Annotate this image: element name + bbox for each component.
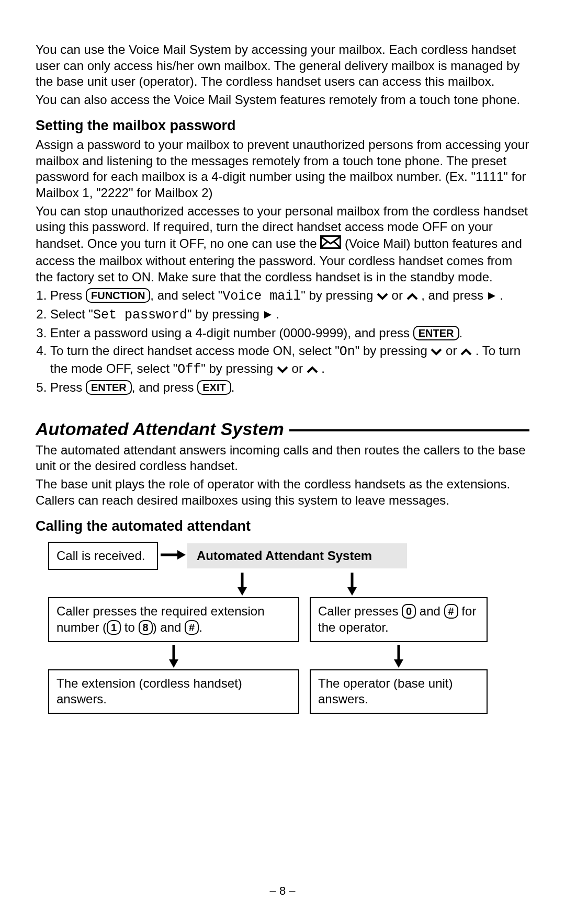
text: " by pressing: [201, 361, 277, 375]
envelope-icon: [320, 235, 341, 253]
key-0: 0: [402, 604, 416, 619]
text: Enter a password using a 4-digit number …: [50, 326, 413, 340]
arrow-down-icon: [310, 642, 488, 669]
page-number: – 8 –: [0, 884, 565, 898]
play-right-icon: [487, 288, 496, 305]
text: and: [416, 604, 444, 618]
text: Caller presses: [318, 604, 402, 618]
enter-key: ENTER: [86, 380, 132, 395]
heading-rule: [289, 429, 529, 431]
steps-list: Press FUNCTION, and select "Voice mail" …: [36, 287, 529, 395]
key-1: 1: [107, 620, 121, 635]
section1-para1: Assign a password to your mailbox to pre…: [36, 137, 529, 201]
chevron-up-icon: [307, 361, 318, 378]
text: .: [199, 620, 202, 634]
menu-voice-mail: Voice mail: [222, 289, 301, 304]
intro-paragraph-1: You can use the Voice Mail System by acc…: [36, 42, 529, 90]
svg-marker-1: [488, 292, 495, 300]
menu-set-password: Set password: [93, 307, 187, 323]
heading-calling-attendant: Calling the automated attendant: [36, 518, 529, 534]
text: To turn the direct handset access mode O…: [50, 344, 340, 358]
step-5: Press ENTER, and press EXIT.: [50, 379, 529, 396]
intro-paragraph-2: You can also access the Voice Mail Syste…: [36, 92, 529, 108]
text: Press: [50, 288, 86, 302]
text: Press: [50, 380, 86, 394]
arrow-down-icon: [187, 570, 297, 597]
option-off: Off: [177, 362, 201, 377]
text: .: [321, 361, 325, 375]
svg-marker-10: [169, 659, 178, 668]
section1-para2: You can stop unauthorized accesses to yo…: [36, 203, 529, 286]
svg-marker-8: [347, 587, 357, 596]
svg-marker-4: [177, 550, 186, 560]
page: You can use the Voice Mail System by acc…: [0, 0, 565, 924]
arrow-down-icon: [48, 642, 299, 669]
heading-setting-password: Setting the mailbox password: [36, 118, 529, 134]
flow-box-call-received: Call is received.: [48, 542, 158, 571]
section2-para2: The base unit plays the role of operator…: [36, 476, 529, 508]
step-2: Select "Set password" by pressing .: [50, 306, 529, 324]
text: or: [392, 288, 406, 302]
text: , and select ": [150, 288, 222, 302]
step-1: Press FUNCTION, and select "Voice mail" …: [50, 287, 529, 305]
key-hash: #: [185, 620, 199, 635]
text: .: [231, 380, 235, 394]
exit-key: EXIT: [197, 380, 231, 395]
svg-marker-6: [238, 587, 247, 596]
flow-box-operator-answers: The operator (base unit) answers.: [310, 669, 488, 714]
step-4: To turn the direct handset access mode O…: [50, 343, 529, 378]
key-8: 8: [139, 620, 153, 635]
enter-key: ENTER: [413, 326, 459, 340]
option-on: On: [340, 344, 355, 359]
text: ) and: [153, 620, 185, 634]
text: , and press: [421, 288, 487, 302]
section2-para1: The automated attendant answers incoming…: [36, 442, 529, 474]
flow-box-extension-press: Caller presses the required extension nu…: [48, 597, 299, 642]
text: .: [500, 288, 503, 302]
key-hash: #: [444, 604, 458, 619]
text: , and press: [132, 380, 197, 394]
flow-box-extension-answers: The extension (cordless handset) answers…: [48, 669, 299, 714]
heading-automated-attendant: Automated Attendant System: [36, 419, 529, 439]
flow-box-attendant-system: Automated Attendant System: [187, 543, 407, 568]
text: or: [292, 361, 307, 375]
text: .: [276, 307, 279, 321]
svg-marker-12: [394, 659, 403, 668]
text: " by pressing: [301, 288, 377, 302]
flow-diagram: Call is received. Automated Attendant Sy…: [36, 542, 529, 714]
flow-box-operator-press: Caller presses 0 and # for the operator.: [310, 597, 488, 642]
chevron-down-icon: [377, 288, 388, 305]
chevron-up-icon: [460, 344, 472, 360]
chevron-up-icon: [406, 288, 418, 305]
arrow-right-icon: [158, 549, 187, 563]
chevron-down-icon: [431, 344, 442, 360]
text: " by pressing: [355, 344, 431, 358]
chevron-down-icon: [277, 361, 288, 378]
text: Select ": [50, 307, 93, 321]
heading-text: Automated Attendant System: [36, 419, 284, 439]
text: .: [459, 326, 463, 340]
arrow-down-icon: [297, 570, 407, 597]
text: to: [121, 620, 138, 634]
function-key: FUNCTION: [86, 288, 150, 303]
play-right-icon: [263, 307, 273, 324]
svg-marker-2: [264, 311, 272, 318]
text: or: [446, 344, 460, 358]
text: " by pressing: [187, 307, 263, 321]
step-3: Enter a password using a 4-digit number …: [50, 325, 529, 341]
